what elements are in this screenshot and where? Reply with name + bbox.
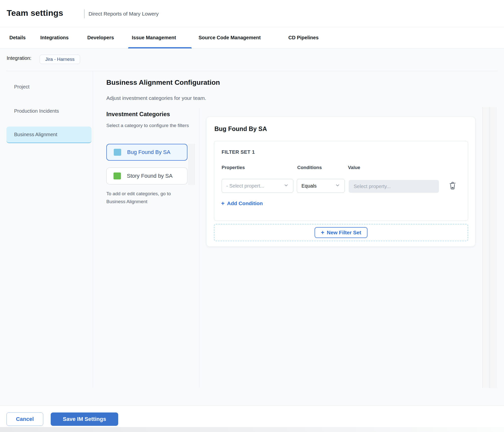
tab-source-code-management[interactable]: Source Code Management [199,27,261,48]
chevron-down-icon [335,183,340,189]
new-filter-set-button[interactable]: + New Filter Set [315,227,368,238]
category-color-swatch [114,173,121,179]
category-story-found-by-sa[interactable]: Story Found by SA [106,168,187,184]
integration-label: Integration: [7,55,31,61]
active-tab-indicator [128,47,192,48]
tab-issue-management[interactable]: Issue Management [132,27,176,48]
category-label: Story Found by SA [127,173,173,179]
sidebar-divider [93,71,93,388]
filter-set-label: FILTER SET 1 [222,149,255,155]
conditions-column-label: Conditions [297,165,322,170]
tab-bar: Details Integrations Developers Issue Ma… [0,27,504,48]
footer-gradient [0,427,504,432]
section-subtitle: Adjust investment categories for your te… [106,95,206,101]
integration-chip[interactable]: Jira - Harness [40,55,80,64]
sidebar-item-production-incidents[interactable]: Production Incidents [14,108,59,114]
category-label: Bug Found By SA [127,149,170,155]
condition-select[interactable]: Equals [297,179,345,193]
vertical-scrollbar-outer[interactable] [482,107,489,388]
plus-icon: + [321,230,324,235]
page-header: Team settings Direct Reports of Mary Low… [0,0,504,27]
footer-bar: Cancel Save IM Settings [0,405,504,432]
filter-panel-title: Bug Found By SA [214,125,267,132]
sidebar-item-business-alignment[interactable]: Business Alignment [6,127,92,143]
properties-column-label: Properties [222,165,245,170]
tab-details[interactable]: Details [9,27,26,48]
new-filter-set-dropzone: + New Filter Set [214,224,468,241]
condition-select-value: Equals [301,183,317,189]
tab-cd-pipelines[interactable]: CD Pipelines [288,27,319,48]
save-im-settings-button[interactable]: Save IM Settings [51,412,118,426]
sidebar-item-label: Business Alignment [14,132,57,137]
tab-integrations[interactable]: Integrations [40,27,69,48]
new-filter-set-label: New Filter Set [327,230,361,236]
categories-divider [199,108,199,388]
plus-icon: + [221,201,225,206]
vertical-scrollbar-inner[interactable] [490,107,497,388]
category-color-swatch [114,149,121,156]
title-separator [84,9,85,18]
page-subtitle: Direct Reports of Mary Lowery [89,11,159,17]
categories-heading: Investment Categories [106,111,170,118]
sidebar-item-project[interactable]: Project [14,84,29,90]
team-settings-page: Team settings Direct Reports of Mary Low… [0,0,504,432]
value-input[interactable]: Select property... [349,180,439,193]
filter-set-box: FILTER SET 1 Properties Conditions Value… [214,141,468,221]
delete-condition-button[interactable] [448,180,458,191]
add-condition-label: Add Condition [227,200,263,206]
categories-footnote: To add or edit categories, go to Busines… [106,190,190,206]
chevron-down-icon [284,183,289,189]
value-column-label: Value [348,165,360,170]
category-list-scrollbar[interactable] [188,144,195,185]
cancel-button[interactable]: Cancel [6,412,43,426]
value-input-placeholder: Select property... [354,184,391,189]
horizontal-divider [6,71,498,71]
tab-developers[interactable]: Developers [87,27,114,48]
categories-description: Select a category to configure the filte… [106,122,192,130]
add-condition-button[interactable]: + Add Condition [221,200,263,206]
property-select-placeholder: - Select propert... [226,183,264,189]
filter-panel-card: Bug Found By SA FILTER SET 1 Properties … [206,117,475,247]
property-select[interactable]: - Select propert... [222,179,293,193]
trash-icon [448,181,457,191]
section-title: Business Alignment Configuration [106,79,220,86]
page-title: Team settings [7,8,63,18]
category-bug-found-by-sa[interactable]: Bug Found By SA [106,144,187,161]
